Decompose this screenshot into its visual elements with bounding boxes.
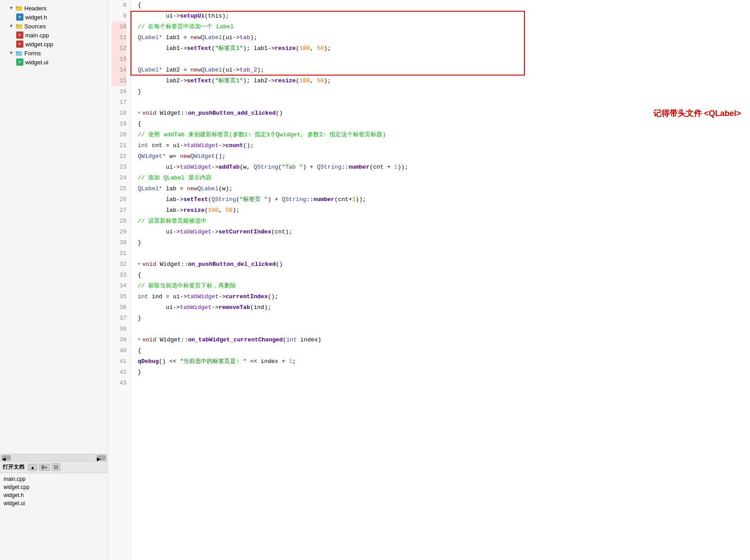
code-line-27: lab->resize(100, 50); [138, 205, 743, 216]
code-line-13 [138, 54, 743, 65]
bottom-list-item-widget-h[interactable]: widget.h [4, 491, 104, 499]
bottom-toolbar-label: 打开文档 [3, 463, 24, 471]
code-line-15: lab2->setText("标签页1"); lab2->resize(100,… [138, 76, 743, 86]
code-line-40: { [138, 345, 743, 356]
code-line-20: // 使用 addTab 来创建新标签页(参数1: 指定1个Qwidget, 参… [138, 130, 743, 140]
svg-rect-3 [16, 24, 18, 26]
code-line-32: ▼void Widget::on_pushButton_del_clicked(… [138, 259, 743, 270]
sidebar-scroll-left[interactable]: ◀ [2, 455, 11, 461]
widget-cpp-icon: C [16, 40, 23, 48]
headers-label: Headers [24, 5, 46, 12]
code-line-33: { [138, 270, 743, 281]
sidebar-item-forms[interactable]: ▼ Forms [0, 49, 108, 58]
sources-label: Sources [24, 23, 46, 30]
forms-folder-icon [15, 49, 23, 57]
code-line-39: ▼void Widget::on_tabWidget_currentChange… [138, 335, 743, 345]
code-line-16: } [138, 86, 743, 97]
code-line-30: } [138, 237, 743, 248]
code-line-9: ui->setupUi(this); [138, 11, 743, 22]
code-line-35: int ind = ui->tabWidget->currentIndex(); [138, 291, 743, 302]
code-line-12: lab1->setText("标签页1"); lab1->resize(100,… [138, 43, 743, 54]
bottom-list-item-widget-ui[interactable]: widget.ui [4, 499, 104, 507]
bottom-list-item-widget-cpp[interactable]: widget.cpp [4, 483, 104, 491]
sidebar-item-headers[interactable]: ▼ Headers [0, 4, 108, 13]
sources-folder-icon [15, 22, 23, 30]
sidebar-item-main-cpp[interactable]: C main.cpp [0, 31, 108, 40]
widget-h-label: widget.h [25, 14, 47, 21]
widget-h-icon: H [16, 13, 23, 21]
file-tree: ▼ Headers H widget.h ▼ Sources [0, 0, 108, 454]
bottom-toolbar: 打开文档 ▲ B+ ⊡ [0, 461, 108, 473]
code-line-18: ▼void Widget::on_pushButton_add_clicked(… [138, 108, 743, 119]
code-line-8: { [138, 0, 743, 11]
svg-rect-1 [16, 6, 18, 8]
code-line-34: // 获取当前选中标签页下标，再删除 [138, 281, 743, 291]
bottom-file-list: main.cpp widget.cpp widget.h widget.ui [0, 473, 108, 560]
code-line-36: ui->tabWidget->removeTab(ind); [138, 302, 743, 313]
code-line-17 [138, 97, 743, 108]
widget-cpp-label: widget.cpp [25, 41, 53, 48]
code-line-25: QLabel* lab = new QLabel(w); [138, 184, 743, 194]
code-line-43 [138, 378, 743, 389]
sidebar-item-sources[interactable]: ▼ Sources [0, 22, 108, 31]
sidebar-scroll-right[interactable]: ▶ [97, 455, 106, 461]
sidebar-item-widget-ui[interactable]: U widget.ui [0, 58, 108, 67]
code-line-28: // 设置新标签页能被选中 [138, 216, 743, 227]
headers-arrow: ▼ [9, 5, 14, 11]
bottom-toolbar-up-btn[interactable]: ▲ [28, 464, 37, 471]
code-line-42: } [138, 367, 743, 378]
widget-ui-icon: U [16, 58, 23, 66]
line-numbers: 8 9 10 11 12 13 14 15 16 17 18 19 20 21 … [108, 0, 131, 560]
code-line-11: QLabel* lab1 = new QLabel(ui->tab); [138, 32, 743, 43]
code-line-22: QWidget* w= new QWidget(); [138, 151, 743, 162]
code-line-31 [138, 248, 743, 259]
code-line-24: // 添加 QLabel 显示内容 [138, 173, 743, 184]
sidebar-item-widget-cpp[interactable]: C widget.cpp [0, 40, 108, 49]
bottom-toolbar-add-btn[interactable]: B+ [39, 464, 50, 471]
code-line-19: { [138, 119, 743, 130]
code-content: { ui->setupUi(this); // 在每个标签页中添加一个 Labe… [131, 0, 750, 389]
sidebar: ▼ Headers H widget.h ▼ Sources [0, 0, 108, 560]
sidebar-item-widget-h[interactable]: H widget.h [0, 13, 108, 22]
fold-18[interactable]: ▼ [138, 108, 140, 119]
code-line-14: QLabel* lab2 = new QLabel(ui->tab_2); [138, 65, 743, 76]
main-cpp-label: main.cpp [25, 32, 49, 39]
code-line-23: ui->tabWidget->addTab(w, QString("Tab ")… [138, 162, 743, 173]
code-line-37: } [138, 313, 743, 324]
code-line-10: // 在每个标签页中添加一个 Label [138, 22, 743, 32]
main-code-area: 8 9 10 11 12 13 14 15 16 17 18 19 20 21 … [108, 0, 750, 560]
widget-ui-label: widget.ui [25, 59, 48, 66]
code-line-41: qDebug() << "当前选中的标签页是: " << index + 1; [138, 356, 743, 367]
fold-32[interactable]: ▼ [138, 259, 140, 270]
bottom-toolbar-window-btn[interactable]: ⊡ [52, 463, 60, 471]
sidebar-bottom-panel: 打开文档 ▲ B+ ⊡ main.cpp widget.cpp widget.h… [0, 461, 108, 560]
main-cpp-icon: C [16, 31, 23, 39]
code-line-29: ui->tabWidget->setCurrentIndex(cnt); [138, 227, 743, 237]
forms-arrow: ▼ [9, 50, 14, 56]
code-container: 8 9 10 11 12 13 14 15 16 17 18 19 20 21 … [108, 0, 750, 560]
forms-label: Forms [24, 50, 41, 57]
code-line-38 [138, 324, 743, 335]
svg-rect-5 [16, 51, 18, 53]
headers-folder-icon [15, 4, 23, 12]
code-line-26: lab->setText(QString("标签页 ") + QString::… [138, 194, 743, 205]
fold-39[interactable]: ▼ [138, 335, 140, 345]
code-scroll-area[interactable]: 记得带头文件 <QLabel> { ui->setupUi(this); // … [131, 0, 750, 560]
sources-arrow: ▼ [9, 23, 14, 29]
code-line-21: int cnt = ui->tabWidget->count(); [138, 140, 743, 151]
bottom-list-item-main[interactable]: main.cpp [4, 475, 104, 483]
